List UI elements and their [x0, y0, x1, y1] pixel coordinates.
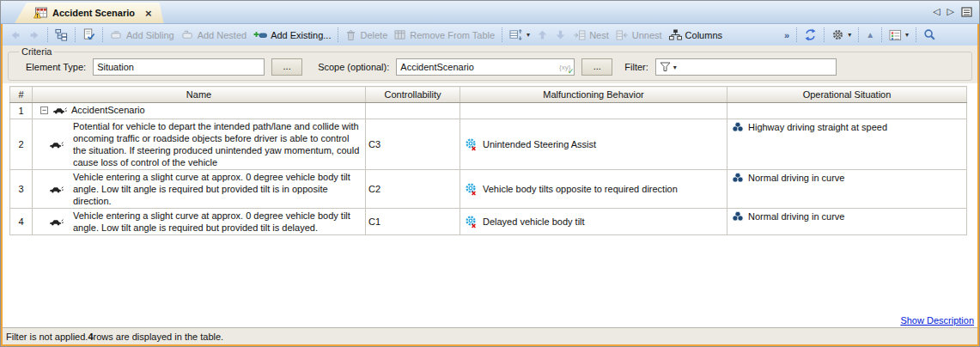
tab-close-icon[interactable]: ×: [145, 7, 152, 20]
controllability-cell[interactable]: C3: [366, 119, 460, 170]
tab-accident-scenario[interactable]: Accident Scenario ×: [15, 3, 164, 23]
collapse-minus-icon[interactable]: −: [40, 107, 48, 114]
row-number-cell[interactable]: 3: [10, 170, 33, 209]
column-header-number[interactable]: #: [10, 87, 33, 103]
malfunctioning-behavior-text: Unintended Steering Assist: [483, 138, 596, 150]
open-in-containment-tree-button[interactable]: [52, 27, 71, 43]
malfunctioning-behavior-icon: [465, 137, 478, 151]
back-button[interactable]: [6, 27, 25, 43]
name-cell[interactable]: Vehicle entering a slight curve at appro…: [33, 209, 366, 235]
row-number-cell[interactable]: 1: [10, 103, 33, 119]
element-type-field[interactable]: Situation: [93, 58, 265, 76]
controllability-cell[interactable]: C1: [366, 209, 460, 235]
scope-browse-button[interactable]: ...: [581, 58, 612, 76]
move-down-button[interactable]: [551, 27, 569, 42]
add-nested-label: Add Nested: [198, 30, 247, 40]
check-icon: ✓: [568, 67, 575, 76]
accident-scenario-table: # Name Controllability Malfunctioning Be…: [9, 86, 967, 235]
table-area: # Name Controllability Malfunctioning Be…: [3, 83, 977, 327]
empty-cell[interactable]: [727, 103, 967, 119]
controllability-cell[interactable]: C2: [366, 170, 460, 209]
empty-cell[interactable]: [460, 103, 727, 119]
operational-situation-cell[interactable]: Normal driving in curve: [727, 209, 967, 235]
row-number-cell[interactable]: 2: [10, 119, 33, 170]
add-existing-icon: [253, 30, 267, 40]
root-node-label: AccidentScenario: [71, 104, 145, 116]
scenario-name-text: Potential for vehicle to depart the inte…: [73, 120, 362, 168]
add-sibling-label: Add Sibling: [126, 30, 174, 40]
malfunctioning-behavior-icon: [465, 215, 478, 228]
operational-situation-text: Highway driving straight at speed: [748, 121, 887, 133]
chevron-down-icon: ▾: [673, 64, 677, 71]
options-button[interactable]: ▾: [828, 27, 855, 43]
malfunctioning-behavior-cell[interactable]: Delayed vehicle body tilt: [460, 209, 727, 235]
toolbar-separator: [338, 27, 338, 42]
malfunctioning-behavior-icon: [465, 182, 478, 196]
refresh-button[interactable]: [800, 27, 820, 43]
operational-situation-icon: [732, 210, 744, 222]
nest-icon: [573, 30, 586, 40]
operational-situation-cell[interactable]: Normal driving in curve: [727, 170, 967, 209]
unnest-button[interactable]: Unnest: [612, 28, 666, 42]
tab-scroll-controls: ◁ ▷: [933, 6, 979, 22]
scope-label: Scope (optional):: [318, 62, 389, 72]
column-header-malfunctioning-behavior[interactable]: Malfunctioning Behavior: [460, 87, 727, 103]
element-type-value: Situation: [97, 62, 134, 72]
table-row: 1 −: [10, 103, 967, 119]
gear-icon: [831, 28, 844, 41]
add-nested-button[interactable]: Add Nested: [178, 28, 250, 42]
operational-situation-icon: [732, 121, 744, 133]
table-row: 2: [10, 119, 967, 170]
add-sibling-icon: [110, 30, 123, 40]
validate-button[interactable]: [79, 27, 99, 43]
show-description-link[interactable]: Show Description: [900, 315, 974, 326]
element-type-label: Element Type:: [26, 62, 86, 72]
row-number-cell[interactable]: 4: [10, 209, 33, 235]
legend-button[interactable]: ▾: [886, 27, 912, 43]
name-cell[interactable]: Vehicle entering a slight curve at appro…: [33, 170, 366, 209]
document-check-icon: [82, 28, 95, 41]
malfunctioning-behavior-cell[interactable]: Vehicle body tilts opposite to required …: [460, 170, 727, 209]
scroll-tabs-left-icon[interactable]: ◁: [933, 6, 940, 17]
accident-scenario-icon: [49, 185, 64, 193]
tab-list-icon[interactable]: [961, 7, 972, 17]
column-header-controllability[interactable]: Controllability: [366, 87, 460, 103]
status-text-suffix: rows are displayed in the table.: [94, 332, 224, 342]
remove-from-table-button[interactable]: Remove From Table: [391, 27, 498, 42]
filter-label: Filter:: [624, 62, 648, 72]
nest-button[interactable]: Nest: [569, 28, 612, 42]
operational-situation-text: Normal driving in curve: [748, 172, 844, 184]
malfunctioning-behavior-text: Vehicle body tilts opposite to required …: [483, 183, 678, 195]
forward-button[interactable]: [25, 27, 44, 43]
trash-icon: [345, 29, 356, 41]
filter-field[interactable]: ▾: [655, 58, 837, 76]
add-sibling-button[interactable]: Add Sibling: [107, 28, 178, 42]
toolbar-overflow-chevron[interactable]: »: [781, 30, 793, 40]
collapse-criteria-button[interactable]: ▲: [862, 28, 878, 41]
legend-icon: [889, 29, 902, 41]
tab-bar: Accident Scenario × ◁ ▷: [1, 1, 979, 24]
status-bar: Filter is not applied. 4 rows are displa…: [3, 327, 977, 344]
remove-from-table-icon: [394, 29, 406, 40]
scope-field[interactable]: AccidentScenario {xy} ✓: [396, 58, 575, 76]
scenario-name-text: Vehicle entering a slight curve at appro…: [73, 210, 362, 234]
scroll-tabs-right-icon[interactable]: ▷: [947, 6, 954, 17]
expression-xy-icon: {xy} ✓: [559, 64, 570, 71]
operational-situation-cell[interactable]: Highway driving straight at speed: [727, 119, 967, 170]
containment-tree-icon: [55, 28, 68, 41]
columns-button[interactable]: Columns: [666, 27, 726, 42]
add-existing-button[interactable]: Add Existing...: [250, 28, 334, 42]
name-cell[interactable]: Potential for vehicle to depart the inte…: [33, 119, 366, 170]
element-type-browse-button[interactable]: ...: [271, 58, 302, 76]
search-button[interactable]: [920, 27, 940, 43]
move-up-button[interactable]: [533, 27, 551, 42]
scenario-name-text: Vehicle entering a slight curve at appro…: [73, 171, 362, 207]
toolbar-separator: [75, 27, 76, 42]
root-node[interactable]: − Accid: [35, 104, 362, 116]
column-header-name[interactable]: Name: [33, 87, 366, 103]
delete-button[interactable]: Delete: [342, 27, 391, 43]
empty-cell[interactable]: [366, 103, 460, 119]
display-mode-button[interactable]: ▾: [506, 27, 533, 43]
column-header-operational-situation[interactable]: Operational Situation: [727, 87, 967, 103]
malfunctioning-behavior-cell[interactable]: Unintended Steering Assist: [460, 119, 727, 170]
